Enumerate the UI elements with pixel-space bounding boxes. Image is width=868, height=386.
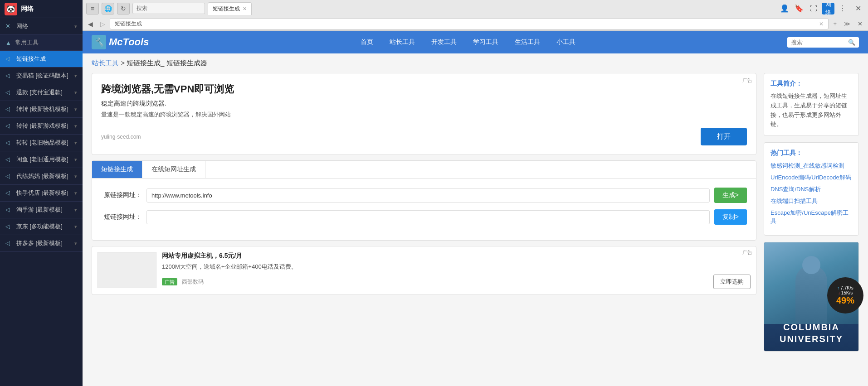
copy-button[interactable]: 复制> [714, 209, 747, 225]
nav-learn[interactable]: 学习工具 [465, 31, 507, 53]
ad-desc: 量速是一款稳定高速的跨境浏览器，解决国外网站 [101, 111, 747, 119]
sidebar-item-dailianmama[interactable]: ◁ 代练妈妈 [最新模板] ▾ [0, 168, 83, 185]
hot-tools-box: 热门工具： 敏感词检测_在线敏感词检测 UrlEncode编码/UrlDecod… [764, 142, 859, 236]
bottom-ad-label: 广告 [742, 249, 752, 256]
generate-button[interactable]: 生成> [714, 188, 747, 203]
browser-chrome: ≡ 🌐 ↻ 搜索 短链接生成 ✕ 👤 🔖 ⛶ 网络 ⋮ ✕ [83, 0, 868, 17]
info-box-text: 在线短链接生成器，短网址生成工具，生成易于分享的短链接，也易于形成更多网站外链。 [770, 92, 852, 129]
nav-icon-4: ◁ [5, 106, 13, 113]
arrow-icon: ▲ [5, 39, 11, 46]
sidebar-item-jiaoyimao[interactable]: ◁ 交易猫 [验证码版本] ▾ [0, 68, 83, 84]
tab-more-btn[interactable]: ≫ [841, 19, 853, 29]
chevron-icon: ▾ [74, 73, 77, 79]
hot-tools-title: 热门工具： [770, 149, 852, 157]
network-btn[interactable]: 网络 [822, 3, 834, 14]
sidebar-section-tools[interactable]: ▲ 常用工具 [0, 35, 83, 51]
sidebar-item-shortlink[interactable]: ◁ 短链接生成 [0, 51, 83, 68]
site-logo: 🔧 McTools [92, 35, 149, 49]
short-url-input[interactable] [146, 210, 710, 224]
site-search[interactable]: 🔍 [787, 37, 859, 48]
tab-add-btn[interactable]: + [830, 19, 839, 29]
forward-btn[interactable]: ▷ [98, 19, 108, 29]
nav-dev[interactable]: 开发工具 [423, 31, 465, 53]
page-main: 广告 跨境浏览器,无需VPN即可浏览 稳定高速的跨境浏览器. 量速是一款稳定高速… [92, 73, 756, 377]
upload-icon: ↑ [837, 285, 839, 290]
breadcrumb-current: 短链接生成_ 短链接生成器 [127, 59, 207, 67]
sidebar-item-zhuanzhuan1[interactable]: ◁ 转转 [最新验机模板] ▾ [0, 101, 83, 118]
chevron-icon-3: ▾ [74, 106, 77, 112]
tab-close-right-btn[interactable]: ✕ [855, 19, 865, 29]
nav-icon: ◁ [5, 55, 13, 63]
ad-title: 跨境浏览器,无需VPN即可浏览 [101, 82, 747, 96]
tab-shortlink[interactable]: 短链接生成 [92, 161, 142, 178]
hot-tool-link-2[interactable]: DNS查询/DNS解析 [770, 185, 852, 193]
logo-text: McTools [109, 36, 149, 48]
nav-webmaster[interactable]: 站长工具 [381, 31, 423, 53]
nav-small[interactable]: 小工具 [548, 31, 584, 53]
sidebar-item-refund[interactable]: ◁ 退款 [支付宝退款] ▾ [0, 84, 83, 101]
bottom-ad-desc: 1200M大空间，送域名+企业邮箱+400电话及话费。 [162, 263, 751, 271]
upload-speed: 7.7K/s [840, 285, 853, 290]
close-icon: ✕ [5, 23, 13, 30]
sidebar-item-zhuanzhuan2[interactable]: ◁ 转转 [最新游戏模板] ▾ [0, 118, 83, 135]
breadcrumb-link1[interactable]: 站长工具 [92, 59, 119, 67]
nav-icon-9: ◁ [5, 189, 13, 197]
sidebar-item-jingdong[interactable]: ◁ 京东 [多功能模板] ▾ [0, 218, 83, 235]
sidebar-title: 网络 [21, 5, 34, 13]
hot-tool-link-3[interactable]: 在线端口扫描工具 [770, 197, 852, 205]
search-icon[interactable]: 🔍 [848, 39, 855, 46]
main-area: ≡ 🌐 ↻ 搜索 短链接生成 ✕ 👤 🔖 ⛶ 网络 ⋮ ✕ ◀ ▷ 短链接生成 … [83, 0, 868, 386]
sidebar-item-kuaishou[interactable]: ◁ 快手优店 [最新模板] ▾ [0, 185, 83, 202]
tab-label: 短链接生成 [213, 5, 240, 13]
refresh-btn[interactable]: ↻ [117, 3, 130, 14]
sidebar-item-network[interactable]: ✕ 网络 ▾ [0, 18, 83, 35]
tab-bar-right: + ≫ ✕ [830, 19, 865, 29]
tool-tabs: 短链接生成 在线短网址生成 [92, 161, 756, 179]
nav-icon-3: ◁ [5, 89, 13, 96]
hot-tool-link-1[interactable]: UrlEncode编码/UrlDecode解码 [770, 174, 852, 182]
original-url-row: 原链接网址： 生成> [101, 188, 747, 203]
bottom-ad-btn[interactable]: 立即选购 [713, 275, 751, 289]
short-label: 短链接网址： [101, 213, 142, 221]
bottom-ad-left: 广告 西部数码 [162, 278, 204, 286]
more-icon[interactable]: ⋮ [836, 3, 849, 14]
sidebar-item-taoshouyou[interactable]: ◁ 淘手游 [最新模板] ▾ [0, 202, 83, 218]
url-bar[interactable]: 短链接生成 ✕ [110, 18, 829, 29]
ad-banner: 广告 跨境浏览器,无需VPN即可浏览 稳定高速的跨境浏览器. 量速是一款稳定高速… [92, 73, 756, 155]
browser-search-input[interactable]: 搜索 [132, 3, 205, 14]
bottom-ad-info: 网站专用虚拟主机，6.5元/月 1200M大空间，送域名+企业邮箱+400电话及… [162, 252, 751, 289]
ad-label: 广告 [742, 77, 752, 84]
original-url-input[interactable] [146, 188, 710, 203]
short-url-row: 短链接网址： 复制> [101, 209, 747, 225]
chevron-icon-4: ▾ [74, 123, 77, 129]
sidebar-item-pinduoduo[interactable]: ◁ 拼多多 [最新模板] ▾ [0, 235, 83, 252]
globe-btn[interactable]: 🌐 [102, 3, 114, 14]
browser-tab[interactable]: 短链接生成 ✕ [208, 2, 252, 15]
site-header: 🔧 McTools 首页 站长工具 开发工具 学习工具 生活工具 小工具 🔍 [83, 31, 868, 53]
info-box-title: 工具简介： [770, 80, 852, 88]
tab-close-url[interactable]: ✕ [819, 21, 824, 27]
ad-open-button[interactable]: 打开 [701, 128, 747, 145]
page-sidebar: 工具简介： 在线短链接生成器，短网址生成工具，生成易于分享的短链接，也易于形成更… [764, 73, 859, 377]
tab-close-btn[interactable]: ✕ [243, 6, 247, 12]
sidebar-item-xianyu[interactable]: ◁ 闲鱼 [老旧通用模板] ▾ [0, 151, 83, 168]
chevron-down-icon: ▾ [74, 24, 77, 29]
nav-icon-12: ◁ [5, 240, 13, 247]
tab-short-url[interactable]: 在线短网址生成 [142, 161, 205, 178]
sidebar-toggle-btn[interactable]: ≡ [86, 3, 99, 14]
hot-tool-link-0[interactable]: 敏感词检测_在线敏感词检测 [770, 162, 852, 170]
sidebar-item-zhuanzhuan3[interactable]: ◁ 转转 [老旧物品模板] ▾ [0, 135, 83, 151]
page-body: 广告 跨境浏览器,无需VPN即可浏览 稳定高速的跨境浏览器. 量速是一款稳定高速… [83, 73, 868, 386]
nav-icon-10: ◁ [5, 206, 13, 213]
fullscreen-icon[interactable]: ⛶ [807, 3, 820, 14]
site-nav: 首页 站长工具 开发工具 学习工具 生活工具 小工具 [158, 31, 778, 53]
user-icon[interactable]: 👤 [778, 3, 791, 14]
bookmark-icon[interactable]: 🔖 [793, 3, 805, 14]
nav-life[interactable]: 生活工具 [507, 31, 548, 53]
close-window-icon[interactable]: ✕ [852, 3, 864, 14]
back-btn[interactable]: ◀ [85, 19, 96, 29]
hot-tool-link-4[interactable]: Escape加密/UnEscape解密工具 [770, 209, 852, 225]
site-search-input[interactable] [791, 39, 845, 46]
avatar: 🐼 [5, 3, 17, 15]
nav-home[interactable]: 首页 [352, 31, 381, 53]
